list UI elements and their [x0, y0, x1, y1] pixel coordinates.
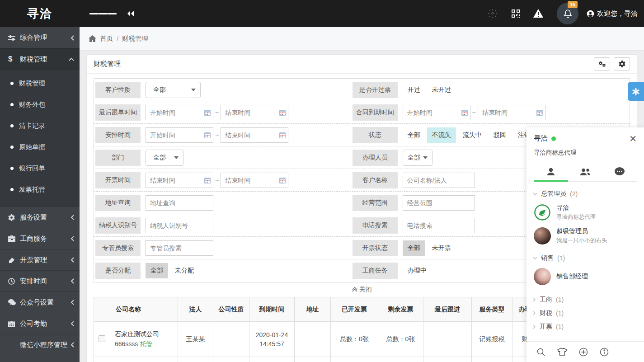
schedule-end-input[interactable]	[221, 127, 288, 143]
customer-name-input[interactable]	[403, 173, 475, 188]
submenu-item-tax-management[interactable]: 财税管理	[0, 73, 80, 94]
business-task-option-processing[interactable]: 办理中	[403, 263, 432, 278]
hamburger-menu-icon[interactable]	[89, 12, 117, 15]
column-settings-button[interactable]	[594, 57, 610, 71]
chat-member-sales-manager[interactable]: 销售部经理	[533, 265, 638, 288]
calendar-icon	[461, 109, 468, 118]
department-select[interactable]: 全部	[146, 150, 183, 166]
calendar-icon	[279, 177, 286, 185]
person-icon	[546, 167, 556, 177]
invoice-time-end-input[interactable]	[221, 173, 288, 188]
invoice-status-option-not-invoiced[interactable]: 未开票	[427, 240, 456, 256]
close-icon[interactable]: ✕	[629, 134, 637, 143]
avatar	[534, 227, 551, 244]
calendar-icon	[279, 132, 286, 140]
status-option-losing[interactable]: 流失中	[458, 127, 487, 143]
submenu-item-card-clearing[interactable]: 清卡记录	[0, 115, 80, 136]
invoiced-option-no[interactable]: 未开过	[427, 82, 456, 98]
schedule-start-input[interactable]	[146, 127, 213, 143]
filter-label-invoice-time: 开票时间	[95, 172, 141, 188]
group-super-admins[interactable]: 总管理员 (2)	[533, 187, 638, 201]
filter-label-schedule-time: 安排时间	[95, 127, 141, 143]
handler-select[interactable]: 全部	[403, 150, 432, 166]
assigned-option-unassigned[interactable]: 未分配	[170, 263, 199, 278]
chevron-left-icon	[71, 278, 74, 284]
business-scope-input[interactable]	[403, 195, 475, 211]
filter-label-has-invoiced: 是否开过票	[353, 82, 398, 98]
assigned-option-all[interactable]: 全部	[146, 263, 168, 278]
chevron-down-icon	[533, 193, 537, 196]
invoice-status-option-all[interactable]: 全部	[403, 240, 425, 256]
sidebar-item-business-services[interactable]: 工商服务	[0, 228, 80, 249]
chevron-left-icon	[71, 215, 74, 220]
caret-down-icon	[191, 89, 196, 91]
cell-legal-person: 王某某	[178, 322, 213, 357]
avatar	[534, 204, 551, 221]
add-icon[interactable]	[579, 348, 588, 357]
invoice-time-start-input[interactable]	[146, 173, 213, 188]
cell-company-name[interactable]: 石家庄测试公司 666ssss托管	[110, 322, 178, 357]
group-business[interactable]: 工商 (1)	[533, 293, 638, 306]
user-menu[interactable]: 欢迎您，寻洽	[587, 9, 638, 18]
tab-contacts[interactable]	[534, 163, 568, 181]
sidebar-item-wechat-miniprogram[interactable]: 微信小程序管理	[0, 334, 80, 355]
settings-button[interactable]	[614, 57, 630, 71]
filter-label-invoice-status: 开票状态	[353, 240, 398, 256]
customer-nature-select[interactable]: 全部	[146, 82, 201, 98]
contract-expire-end-input[interactable]	[478, 105, 545, 120]
chat-member-xunqia[interactable]: 寻洽 寻洽商标总代理	[533, 201, 638, 224]
filter-label-last-follow-time: 最后跟单时间	[95, 104, 141, 121]
status-option-rejected[interactable]: 驳回	[489, 127, 511, 143]
group-sales[interactable]: 销售 (1)	[533, 251, 638, 265]
header-remaining-invoices: 剩余发票	[378, 297, 423, 322]
quick-action-button[interactable]	[628, 82, 644, 101]
caret-down-icon	[174, 156, 179, 159]
group-tax[interactable]: 财税 (1)	[533, 306, 638, 320]
chevron-up-icon	[69, 57, 74, 61]
last-follow-start-input[interactable]	[146, 105, 213, 120]
group-invoicing[interactable]: 开票 (1)	[533, 320, 638, 334]
submenu-item-original-documents[interactable]: 原始单据	[0, 136, 80, 158]
chat-member-super-admin[interactable]: 超级管理员 我是一只小小的石头	[533, 224, 638, 248]
submenu-item-bank-receipts[interactable]: 银行回单	[0, 158, 80, 179]
breadcrumb-home[interactable]: 首页	[100, 34, 113, 43]
tab-messages[interactable]	[602, 163, 637, 181]
dollar-icon: $	[8, 55, 20, 64]
cell-last-follow	[423, 322, 472, 357]
sidebar-item-service-settings[interactable]: 服务设置	[0, 207, 80, 228]
sidebar-item-schedule-time[interactable]: 安排时间	[0, 270, 80, 291]
phone-search-input[interactable]	[403, 218, 475, 233]
invoiced-option-yes[interactable]: 开过	[403, 82, 425, 98]
address-query-input[interactable]	[146, 195, 213, 211]
panel-title: 财税管理	[94, 60, 121, 68]
row-checkbox[interactable]	[99, 335, 105, 342]
shirt-icon[interactable]	[557, 348, 567, 356]
filter-label-customer-nature: 客户性质	[95, 82, 141, 98]
status-option-not-lost[interactable]: 不流失	[427, 127, 456, 143]
taxpayer-id-input[interactable]	[146, 218, 213, 233]
chevron-right-icon	[533, 324, 536, 329]
last-follow-end-input[interactable]	[221, 105, 288, 120]
ticket-icon	[8, 257, 20, 263]
search-icon[interactable]	[536, 348, 545, 357]
breadcrumb-separator: /	[117, 35, 118, 42]
cell-remaining: 总数：0张	[378, 322, 423, 357]
notifications-button[interactable]: 15	[557, 3, 578, 24]
status-option-all[interactable]: 全部	[403, 127, 425, 143]
filter-label-taxpayer-id: 纳税人识别号	[95, 217, 141, 234]
sidebar: 综合管理 $ 财税管理 财税管理 财务外包 清卡记录 原始单据 银行回单 发票托…	[0, 27, 80, 362]
warning-icon[interactable]	[533, 9, 543, 18]
supervisor-search-input[interactable]	[146, 240, 213, 256]
sidebar-item-company-attendance[interactable]: 公司考勤	[0, 313, 80, 334]
chevron-left-icon	[71, 257, 74, 263]
tab-groups[interactable]	[568, 163, 602, 181]
submenu-item-invoice-hosting[interactable]: 发票托管	[0, 179, 80, 200]
info-icon[interactable]	[600, 348, 609, 357]
collapse-sidebar-icon[interactable]	[127, 10, 135, 17]
breadcrumb-current: 财税管理	[122, 34, 148, 43]
submenu-item-finance-outsourcing[interactable]: 财务外包	[0, 94, 80, 115]
sidebar-item-official-account-settings[interactable]: 公众号设置	[0, 291, 80, 313]
sidebar-item-invoicing-management[interactable]: 开票管理	[0, 249, 80, 270]
contract-expire-start-input[interactable]	[403, 105, 470, 120]
qr-code-icon[interactable]	[512, 9, 520, 18]
